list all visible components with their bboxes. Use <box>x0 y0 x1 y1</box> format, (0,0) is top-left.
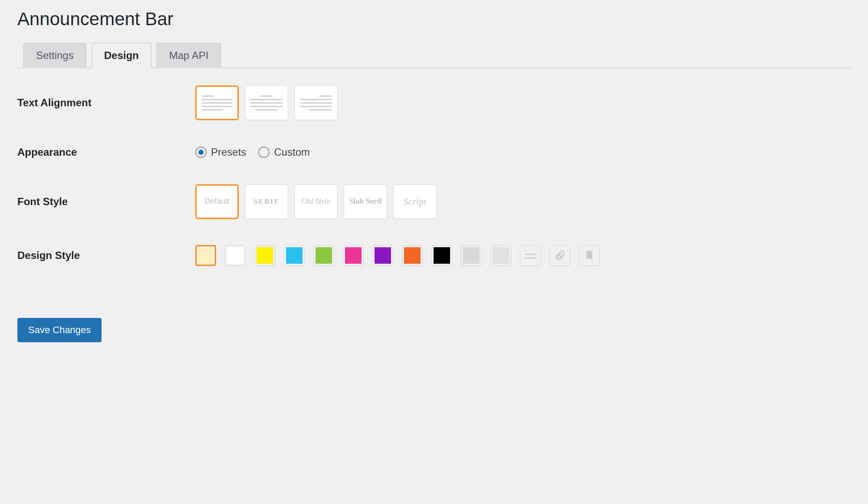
font-serif-option[interactable]: SERIF <box>245 184 288 219</box>
font-old-style-option[interactable]: Old Style <box>294 184 338 219</box>
swatch-stripe[interactable] <box>520 245 541 266</box>
swatch-pink[interactable] <box>343 245 364 266</box>
font-script-option[interactable]: Script <box>393 184 437 219</box>
label-font-style: Font Style <box>17 196 195 208</box>
tab-map-api[interactable]: Map API <box>157 43 221 68</box>
swatch-orange[interactable] <box>402 245 423 266</box>
swatch-bookmark[interactable] <box>579 245 600 266</box>
row-text-alignment: Text Alignment <box>17 85 851 120</box>
align-center-icon <box>250 95 283 111</box>
save-changes-button[interactable]: Save Changes <box>17 318 102 342</box>
align-left-icon <box>202 95 232 111</box>
swatch-cream[interactable] <box>195 245 216 266</box>
font-default-option[interactable]: Default <box>195 184 239 219</box>
row-design-style: Design Style <box>17 245 851 266</box>
swatch-black[interactable] <box>431 245 452 266</box>
stripe-icon <box>523 249 537 262</box>
radio-presets-label: Presets <box>211 146 246 158</box>
label-design-style: Design Style <box>17 249 195 262</box>
align-right-option[interactable] <box>294 85 338 120</box>
swatch-gray[interactable] <box>461 245 482 266</box>
align-right-icon <box>300 95 332 111</box>
paperclip-icon <box>554 249 566 262</box>
radio-custom-circle <box>258 147 270 158</box>
swatch-purple[interactable] <box>372 245 393 266</box>
swatch-yellow[interactable] <box>254 245 275 266</box>
row-font-style: Font Style Default SERIF Old Style Slab … <box>17 184 851 219</box>
align-center-option[interactable] <box>245 85 288 120</box>
page-title: Announcement Bar <box>17 9 851 29</box>
font-slab-serif-option[interactable]: Slab Serif <box>344 184 387 219</box>
bookmark-icon <box>584 250 595 261</box>
radio-presets[interactable]: Presets <box>195 146 246 158</box>
swatch-lime[interactable] <box>313 245 334 266</box>
label-appearance: Appearance <box>17 146 195 158</box>
tabs: Settings Design Map API <box>17 43 851 68</box>
radio-custom[interactable]: Custom <box>258 146 310 158</box>
swatch-white[interactable] <box>225 245 246 266</box>
label-text-alignment: Text Alignment <box>17 97 195 109</box>
align-left-option[interactable] <box>195 85 239 120</box>
swatch-clip[interactable] <box>549 245 570 266</box>
tab-settings[interactable]: Settings <box>23 43 86 68</box>
tab-design[interactable]: Design <box>92 43 151 68</box>
swatch-sky[interactable] <box>284 245 305 266</box>
radio-presets-circle <box>195 147 207 158</box>
swatch-noise[interactable] <box>490 245 511 266</box>
row-appearance: Appearance Presets Custom <box>17 146 851 158</box>
radio-custom-label: Custom <box>274 146 310 158</box>
